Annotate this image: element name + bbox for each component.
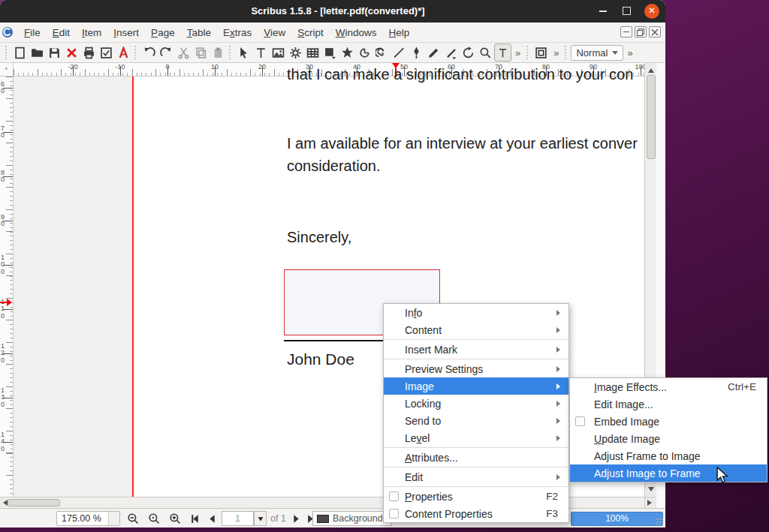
page-number-input[interactable]: 1: [222, 511, 254, 526]
insert-shape-icon[interactable]: [321, 44, 339, 62]
image-submenu-item-embed-image[interactable]: Embed Image: [570, 413, 767, 430]
context-menu-item-info[interactable]: Info: [384, 304, 568, 321]
layer-select[interactable]: Background: [312, 511, 392, 526]
spinner-arrows[interactable]: [108, 512, 119, 525]
previous-page-icon[interactable]: [204, 512, 220, 525]
insert-bezier-icon[interactable]: [408, 44, 425, 62]
new-document-icon[interactable]: [11, 44, 29, 62]
first-page-icon[interactable]: [186, 512, 203, 525]
menubar-item-item[interactable]: Item: [76, 24, 107, 41]
context-menu-item-level[interactable]: Level: [384, 429, 568, 446]
zoom-default-icon[interactable]: [146, 512, 162, 525]
mode-toolbar-overflow-icon[interactable]: »: [623, 47, 636, 59]
context-menu-item-preview-settings[interactable]: Preview Settings: [384, 360, 568, 377]
minimize-icon[interactable]: [599, 11, 607, 12]
context-menu-item-insert-mark[interactable]: Insert Mark: [384, 341, 568, 358]
image-submenu-item-adjust-image-to-frame[interactable]: Adjust Image to Frame: [570, 464, 767, 482]
pdf-toolbar-overflow-icon[interactable]: »: [550, 47, 562, 59]
signature-name[interactable]: John Doe: [287, 350, 354, 368]
insert-table-icon[interactable]: [304, 44, 321, 62]
mdi-close-icon[interactable]: [649, 26, 661, 38]
context-menu-item-preview-settings-label: Preview Settings: [405, 363, 483, 375]
context-menu-item-content[interactable]: Content: [384, 321, 568, 338]
print-document-icon[interactable]: [80, 44, 98, 62]
insert-polygon-icon[interactable]: [339, 44, 356, 62]
menubar-item-help[interactable]: Help: [383, 24, 416, 41]
redo-icon[interactable]: [158, 44, 175, 62]
context-menu-item-properties[interactable]: PropertiesF2: [384, 488, 568, 505]
preflight-verifier-icon[interactable]: [98, 44, 115, 62]
spin-down-icon[interactable]: [112, 519, 116, 524]
vertical-scrollbar-thumb[interactable]: [647, 75, 656, 159]
scribus-logo-icon[interactable]: [2, 26, 14, 38]
context-menu-item-send-to[interactable]: Send to: [384, 412, 568, 429]
insert-image-frame-icon[interactable]: [270, 44, 287, 62]
insert-arc-icon[interactable]: [356, 44, 373, 62]
menubar-item-insert[interactable]: Insert: [107, 24, 145, 41]
toolbar-drag-handle[interactable]: [5, 46, 9, 59]
maximize-icon[interactable]: [623, 7, 631, 15]
paste-icon[interactable]: [210, 44, 227, 62]
horizontal-scrollbar-thumb[interactable]: [8, 499, 60, 506]
pdf-frame-tool-icon[interactable]: [532, 44, 550, 62]
menubar-item-script[interactable]: Script: [291, 24, 330, 41]
context-menu-item-image[interactable]: Image: [384, 377, 568, 395]
mdi-minimize-icon[interactable]: [620, 26, 632, 38]
menubar-item-extras[interactable]: Extras: [217, 24, 258, 41]
menubar-item-file[interactable]: File: [18, 24, 47, 41]
context-menu-item-edit[interactable]: Edit: [384, 468, 568, 485]
scroll-down-icon[interactable]: [646, 485, 656, 496]
letter-body-line-2[interactable]: consideration.: [287, 158, 381, 175]
menubar-item-view[interactable]: View: [258, 24, 291, 41]
scroll-left-icon[interactable]: [0, 498, 8, 507]
close-document-icon[interactable]: [63, 44, 80, 62]
zoom-in-icon[interactable]: [167, 512, 183, 525]
spin-up-icon[interactable]: [112, 513, 116, 518]
toolbar-overflow-icon[interactable]: »: [511, 47, 524, 59]
vertical-ruler[interactable]: 6 07 08 09 01 0 01 1 01 2 01 3 01 4 0: [0, 77, 14, 497]
letter-body-line-1[interactable]: I am available for an interview at your …: [287, 135, 638, 152]
insert-spiral-icon[interactable]: [373, 44, 391, 62]
menubar-item-table[interactable]: Table: [181, 24, 217, 41]
next-page-icon[interactable]: [288, 512, 304, 525]
context-menu-item-locking[interactable]: Locking: [384, 395, 568, 412]
image-submenu-item-update-image[interactable]: Update Image: [570, 430, 767, 447]
page-dropdown-icon[interactable]: [254, 511, 267, 526]
menubar-item-windows[interactable]: Windows: [330, 24, 383, 41]
save-document-icon[interactable]: [46, 44, 63, 62]
scroll-right-icon[interactable]: [644, 497, 656, 508]
insert-render-frame-icon[interactable]: [287, 44, 304, 62]
image-submenu-item-image-effects[interactable]: Image Effects...Ctrl+E: [570, 378, 767, 395]
export-pdf-icon[interactable]: [115, 44, 132, 62]
context-menu-item-content-properties[interactable]: Content PropertiesF3: [384, 505, 568, 522]
cut-icon[interactable]: [175, 44, 192, 62]
zoom-tool-icon[interactable]: [477, 44, 494, 62]
mode-select[interactable]: Normal: [571, 45, 623, 61]
image-submenu-item-update-image-label: Update Image: [594, 433, 660, 445]
insert-line-icon[interactable]: [391, 44, 408, 62]
open-document-icon[interactable]: [29, 44, 46, 62]
scroll-up-icon[interactable]: [646, 64, 656, 74]
letter-clipped-line[interactable]: that I can make a significant contributi…: [287, 66, 642, 83]
insert-text-frame-icon[interactable]: [252, 44, 270, 62]
resize-grip[interactable]: [656, 518, 663, 525]
image-submenu-item-adjust-frame-to-image[interactable]: Adjust Frame to Image: [570, 447, 767, 464]
insert-calligraphy-icon[interactable]: [442, 44, 460, 62]
mdi-restore-icon[interactable]: [635, 26, 647, 38]
image-submenu-item-edit-image[interactable]: Edit Image...: [570, 395, 767, 413]
copy-icon[interactable]: [192, 44, 210, 62]
letter-closing-line[interactable]: Sincerely,: [287, 229, 351, 246]
menubar-item-edit[interactable]: Edit: [47, 24, 76, 41]
zoom-out-icon[interactable]: [125, 512, 141, 525]
context-menu-item-attributes[interactable]: Attributes...: [384, 449, 568, 466]
zoom-level-spinner[interactable]: 175.00 %: [56, 511, 120, 526]
select-item-icon[interactable]: [235, 44, 252, 62]
close-icon[interactable]: ✕: [644, 4, 659, 19]
insert-freehand-icon[interactable]: [425, 44, 442, 62]
mouse-cursor: [715, 467, 730, 483]
edit-text-icon[interactable]: [494, 44, 511, 62]
ruler-origin-corner[interactable]: +: [0, 63, 14, 77]
menubar-item-page[interactable]: Page: [145, 24, 181, 41]
rotate-item-icon[interactable]: [460, 44, 477, 62]
undo-icon[interactable]: [140, 44, 158, 62]
